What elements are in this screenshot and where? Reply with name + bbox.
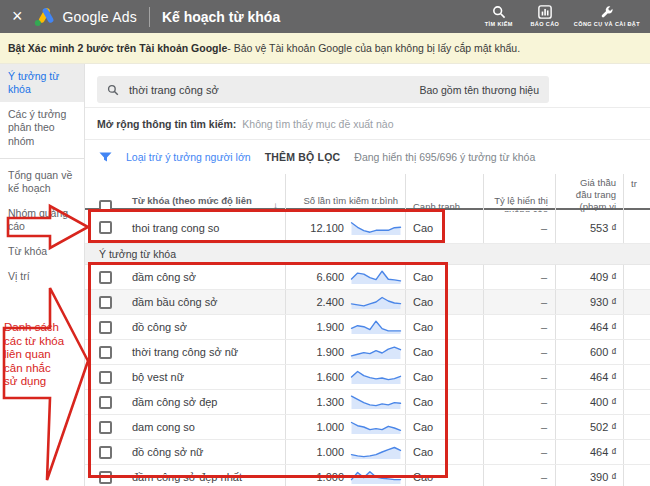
- table-row[interactable]: đầm công sở6.600Cao–409 ₫: [85, 265, 650, 290]
- avg-searches-cell: 1.000: [285, 415, 405, 439]
- row-checkbox[interactable]: [99, 396, 112, 409]
- main-panel: thời trang công sở Bao gồm tên thương hi…: [85, 64, 650, 486]
- top-bid-cell: 553 ₫: [555, 212, 623, 243]
- banner-bold-text: Bật Xác minh 2 bước trên Tài khoản Googl…: [8, 42, 227, 54]
- add-filter-button[interactable]: THÊM BỘ LỌC: [265, 151, 341, 163]
- brand-name: Google Ads: [63, 9, 137, 25]
- row-checkbox-cell: [85, 465, 125, 486]
- avg-searches-cell: 6.600: [285, 265, 405, 289]
- section-label-keyword-ideas: Ý tưởng từ khóa: [85, 244, 650, 265]
- reports-button[interactable]: BÁO CÁO: [528, 5, 562, 28]
- sidebar-item-plan-overview[interactable]: Tổng quan về kế hoạch: [0, 163, 84, 201]
- table-row[interactable]: đầm bầu công sở2.400Cao–930 ₫: [85, 290, 650, 315]
- search-trend-sparkline: [350, 469, 402, 485]
- search-button-label: TÌM KIẾM: [485, 21, 513, 28]
- ad-impression-share-cell: –: [483, 365, 555, 389]
- search-icon: [107, 84, 119, 96]
- row-checkbox-cell: [85, 390, 125, 414]
- row-checkbox-cell: [85, 290, 125, 314]
- top-bid-cell: 464 ₫: [555, 365, 623, 389]
- row-checkbox[interactable]: [99, 446, 112, 459]
- table-row[interactable]: bộ vest nữ1.600Cao–464 ₫: [85, 365, 650, 390]
- tools-settings-button[interactable]: CÔNG CỤ VÀ CÀI ĐẶT: [574, 5, 640, 28]
- search-trend-sparkline: [350, 394, 402, 410]
- sidebar-item-keywords[interactable]: Từ khóa: [0, 239, 84, 264]
- avg-searches-cell: 2.400: [285, 290, 405, 314]
- top-bid-cell: 502 ₫: [555, 415, 623, 439]
- search-trend-sparkline: [350, 319, 402, 335]
- row-checkbox[interactable]: [99, 471, 112, 484]
- search-trend-sparkline: [350, 269, 402, 285]
- table-body: thoi trang cong so12.100Cao–553 ₫Ý tưởng…: [85, 212, 650, 486]
- tools-settings-button-label: CÔNG CỤ VÀ CÀI ĐẶT: [574, 21, 640, 28]
- row-checkbox[interactable]: [99, 221, 112, 234]
- avg-searches-cell: 12.100: [285, 212, 405, 243]
- avg-searches-cell: 1.600: [285, 365, 405, 389]
- ad-impression-share-cell: –: [483, 390, 555, 414]
- search-input-value[interactable]: thời trang công sở: [129, 84, 419, 96]
- top-bid-cell: 409 ₫: [555, 265, 623, 289]
- ad-impression-share-cell: –: [483, 315, 555, 339]
- row-checkbox[interactable]: [99, 296, 112, 309]
- search-trend-sparkline: [350, 419, 402, 435]
- table-row[interactable]: đầm công sở đẹp1.300Cao–400 ₫: [85, 390, 650, 415]
- sidebar-item-locations[interactable]: Vị trí: [0, 264, 84, 289]
- refine-label: Mở rộng thông tin tìm kiếm:: [97, 118, 236, 130]
- close-icon[interactable]: ×: [12, 7, 23, 25]
- search-button[interactable]: TÌM KIẾM: [482, 5, 516, 28]
- top-bid-cell: 930 ₫: [555, 290, 623, 314]
- sidebar-item-grouped-ideas[interactable]: Các ý tưởng phân theo nhóm: [0, 102, 84, 153]
- top-bid-cell: 390 ₫: [555, 465, 623, 486]
- competition-cell: Cao: [405, 212, 483, 243]
- row-checkbox[interactable]: [99, 346, 112, 359]
- sidebar-item-keyword-ideas[interactable]: Ý tưởng từ khóa: [0, 64, 84, 102]
- avg-searches-cell: 1.000: [285, 465, 405, 486]
- keyword-cell: dam cong so: [125, 415, 285, 439]
- table-row[interactable]: đồ công sở nữ1.000Cao–464 ₫: [85, 440, 650, 465]
- competition-cell: Cao: [405, 415, 483, 439]
- top-bar: × Google Ads Kế hoạch từ khóa TÌM KIẾM B…: [0, 0, 650, 33]
- keyword-cell: thời trang công sở nữ: [125, 340, 285, 364]
- search-trend-sparkline: [350, 344, 402, 360]
- exclude-adult-ideas-link[interactable]: Loại trừ ý tưởng người lớn: [126, 151, 251, 163]
- keyword-cell: đồ công sở: [125, 315, 285, 339]
- row-checkbox[interactable]: [99, 421, 112, 434]
- row-checkbox[interactable]: [99, 321, 112, 334]
- table-row[interactable]: đầm công sở đẹp nhất1.000Cao–390 ₫: [85, 465, 650, 486]
- sidebar-item-ad-groups[interactable]: Nhóm quảng cáo: [0, 201, 84, 239]
- row-checkbox-cell: [85, 365, 125, 389]
- competition-cell: Cao: [405, 265, 483, 289]
- row-checkbox[interactable]: [99, 371, 112, 384]
- wrench-icon: [600, 5, 614, 19]
- search-icon: [492, 5, 506, 19]
- partial-cell: [623, 290, 650, 314]
- keyword-cell: đầm công sở: [125, 265, 285, 289]
- row-checkbox[interactable]: [99, 271, 112, 284]
- keyword-cell: thoi trang cong so: [125, 212, 285, 243]
- sidebar: Ý tưởng từ khóa Các ý tưởng phân theo nh…: [0, 64, 85, 486]
- row-checkbox-cell: [85, 315, 125, 339]
- row-checkbox-cell: [85, 212, 125, 243]
- table-row[interactable]: dam cong so1.000Cao–502 ₫: [85, 415, 650, 440]
- top-bid-cell: 600 ₫: [555, 340, 623, 364]
- competition-cell: Cao: [405, 365, 483, 389]
- search-trend-sparkline: [350, 294, 402, 310]
- security-notice-banner[interactable]: Bật Xác minh 2 bước trên Tài khoản Googl…: [0, 33, 650, 64]
- topbar-actions: TÌM KIẾM BÁO CÁO CÔNG CỤ VÀ CÀI ĐẶT: [482, 5, 650, 28]
- competition-cell: Cao: [405, 440, 483, 464]
- table-row[interactable]: thời trang công sở nữ1.900Cao–600 ₫: [85, 340, 650, 365]
- competition-cell: Cao: [405, 465, 483, 486]
- competition-cell: Cao: [405, 340, 483, 364]
- keyword-search-box[interactable]: thời trang công sở Bao gồm tên thương hi…: [97, 76, 549, 103]
- ad-impression-share-cell: –: [483, 340, 555, 364]
- include-brand-names-option[interactable]: Bao gồm tên thương hiệu: [419, 84, 539, 96]
- avg-searches-cell: 1.000: [285, 440, 405, 464]
- table-row[interactable]: thoi trang cong so12.100Cao–553 ₫: [85, 212, 650, 244]
- filter-bar: Loại trừ ý tưởng người lớn THÊM BỘ LỌC Đ…: [85, 140, 650, 174]
- keyword-cell: đồ công sở nữ: [125, 440, 285, 464]
- ad-impression-share-cell: –: [483, 440, 555, 464]
- table-row[interactable]: đồ công sở1.900Cao–464 ₫: [85, 315, 650, 340]
- search-trend-sparkline: [350, 369, 402, 385]
- ad-impression-share-cell: –: [483, 265, 555, 289]
- partial-cell: [623, 440, 650, 464]
